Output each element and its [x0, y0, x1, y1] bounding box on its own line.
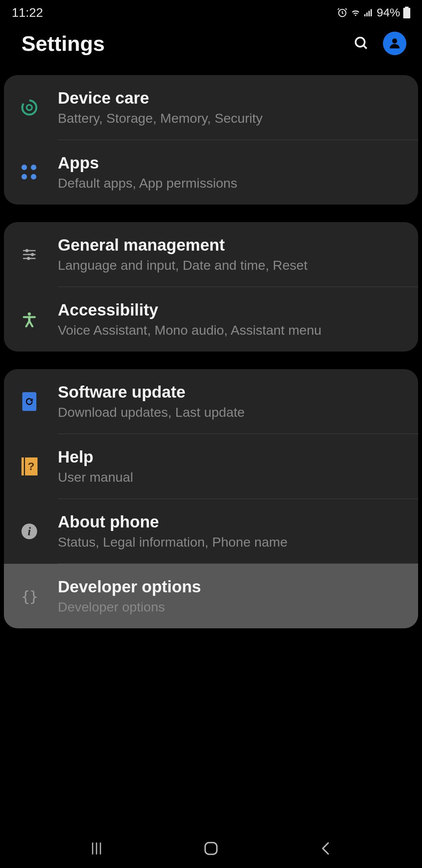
settings-item-help[interactable]: ? Help User manual: [4, 434, 418, 499]
apps-icon: [16, 165, 43, 180]
software-update-icon: [16, 392, 43, 411]
settings-group: Software update Download updates, Last u…: [4, 369, 418, 628]
item-subtitle: User manual: [58, 470, 406, 485]
item-title: Developer options: [58, 577, 406, 596]
header-actions: [354, 32, 406, 55]
item-title: Apps: [58, 154, 406, 172]
item-content: Device care Battery, Storage, Memory, Se…: [58, 89, 406, 126]
item-content: About phone Status, Legal information, P…: [58, 513, 406, 550]
svg-point-18: [28, 312, 31, 316]
item-title: Accessibility: [58, 301, 406, 319]
settings-groups: Device care Battery, Storage, Memory, Se…: [0, 75, 422, 628]
svg-point-9: [392, 38, 397, 43]
status-right: 94%: [337, 6, 410, 19]
person-icon: [387, 36, 402, 51]
settings-group: General management Language and input, D…: [4, 222, 418, 352]
recent-apps-button[interactable]: [87, 839, 106, 858]
item-content: Help User manual: [58, 448, 406, 485]
status-icons: [337, 7, 374, 18]
item-subtitle: Developer options: [58, 599, 406, 615]
settings-group: Device care Battery, Storage, Memory, Se…: [4, 75, 418, 204]
svg-rect-2: [367, 13, 368, 16]
item-content: Apps Default apps, App permissions: [58, 154, 406, 191]
item-title: About phone: [58, 513, 406, 531]
settings-item-developer-options[interactable]: {} Developer options Developer options: [4, 564, 418, 628]
accessibility-icon: [16, 312, 43, 327]
item-title: Help: [58, 448, 406, 466]
search-icon[interactable]: [354, 36, 369, 51]
status-bar: 11:22 94%: [0, 0, 422, 23]
battery-percent: 94%: [377, 6, 400, 19]
svg-point-11: [27, 105, 32, 110]
item-content: Software update Download updates, Last u…: [58, 383, 406, 420]
item-title: General management: [58, 236, 406, 255]
alarm-icon: [337, 7, 348, 18]
page-title: Settings: [21, 31, 105, 56]
svg-rect-6: [403, 8, 410, 18]
settings-item-accessibility[interactable]: Accessibility Voice Assistant, Mono audi…: [4, 287, 418, 352]
device-care-icon: [16, 98, 43, 117]
svg-line-8: [363, 45, 367, 48]
svg-line-22: [29, 321, 32, 326]
svg-point-17: [27, 257, 30, 260]
settings-item-about-phone[interactable]: i About phone Status, Legal information,…: [4, 499, 418, 563]
profile-button[interactable]: [383, 32, 406, 55]
back-button[interactable]: [316, 839, 335, 858]
svg-point-15: [31, 253, 34, 256]
svg-rect-1: [364, 14, 365, 16]
item-content: Accessibility Voice Assistant, Mono audi…: [58, 301, 406, 338]
item-subtitle: Default apps, App permissions: [58, 176, 406, 191]
settings-item-apps[interactable]: Apps Default apps, App permissions: [4, 140, 418, 204]
item-title: Device care: [58, 89, 406, 108]
wifi-icon: [350, 7, 361, 18]
svg-rect-5: [405, 7, 409, 8]
svg-rect-4: [370, 9, 372, 16]
info-icon: i: [16, 524, 43, 539]
help-icon: ?: [16, 457, 43, 475]
settings-item-general-management[interactable]: General management Language and input, D…: [4, 222, 418, 287]
item-subtitle: Language and input, Date and time, Reset: [58, 258, 406, 273]
sliders-icon: [16, 247, 43, 262]
item-subtitle: Download updates, Last update: [58, 405, 406, 420]
settings-item-device-care[interactable]: Device care Battery, Storage, Memory, Se…: [4, 75, 418, 140]
item-content: Developer options Developer options: [58, 577, 406, 615]
settings-item-software-update[interactable]: Software update Download updates, Last u…: [4, 369, 418, 434]
item-content: General management Language and input, D…: [58, 236, 406, 273]
battery-icon: [403, 7, 410, 18]
svg-point-10: [22, 100, 36, 115]
braces-icon: {}: [16, 588, 43, 605]
navigation-bar: [0, 829, 422, 868]
svg-rect-3: [368, 11, 370, 16]
svg-point-7: [356, 38, 365, 47]
signal-icon: [363, 7, 374, 18]
item-subtitle: Voice Assistant, Mono audio, Assistant m…: [58, 323, 406, 338]
status-time: 11:22: [12, 5, 43, 20]
home-button[interactable]: [201, 839, 221, 858]
svg-point-13: [25, 249, 29, 252]
header: Settings: [0, 23, 422, 75]
item-subtitle: Battery, Storage, Memory, Security: [58, 111, 406, 126]
item-subtitle: Status, Legal information, Phone name: [58, 534, 406, 550]
item-title: Software update: [58, 383, 406, 402]
svg-rect-26: [205, 843, 217, 854]
